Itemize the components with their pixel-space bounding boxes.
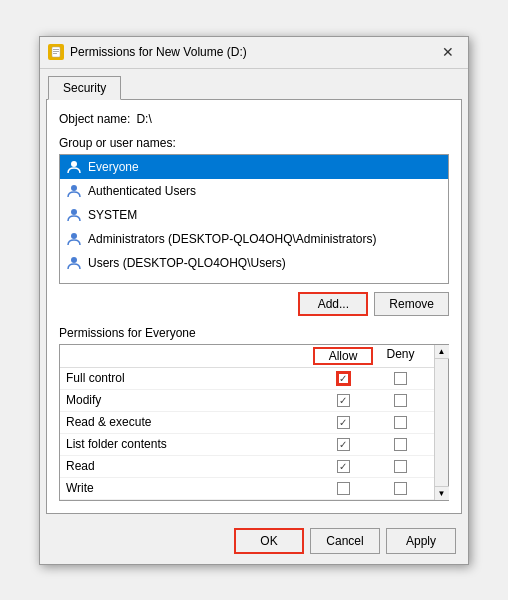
user-name: Administrators (DESKTOP-QLO4OHQ\Administ… [88,232,377,246]
allow-checkbox[interactable]: ✓ [337,372,350,385]
user-icon [66,183,82,199]
svg-point-8 [71,257,77,263]
apply-button[interactable]: Apply [386,528,456,554]
user-item[interactable]: Administrators (DESKTOP-QLO4OHQ\Administ… [60,227,448,251]
permissions-section: Permissions for Everyone Allow Deny Full… [59,326,449,501]
perm-scrollbar[interactable]: ▲ ▼ [434,345,448,500]
perm-name: Read [66,459,313,473]
user-name: Users (DESKTOP-QLO4OHQ\Users) [88,256,286,270]
perm-allow: ✓ [313,394,373,407]
perm-rows: Full control✓Modify✓Read & execute✓List … [60,368,434,500]
perm-row: Modify✓ [60,390,434,412]
user-icon [66,159,82,175]
allow-checkbox[interactable] [337,482,350,495]
user-item[interactable]: Authenticated Users [60,179,448,203]
user-item[interactable]: Everyone [60,155,448,179]
allow-checkbox[interactable]: ✓ [337,416,350,429]
svg-point-6 [71,209,77,215]
deny-checkbox[interactable] [394,482,407,495]
perm-name: Read & execute [66,415,313,429]
perm-allow: ✓ [313,416,373,429]
scroll-down[interactable]: ▼ [435,486,449,500]
perm-allow: ✓ [313,460,373,473]
perm-row: Full control✓ [60,368,434,390]
deny-checkbox[interactable] [394,372,407,385]
object-name-row: Object name: D:\ [59,112,449,126]
deny-checkbox[interactable] [394,394,407,407]
perm-name: Modify [66,393,313,407]
tab-security[interactable]: Security [48,76,121,100]
perm-deny [373,460,428,473]
perm-col-name-header [66,347,313,365]
svg-point-7 [71,233,77,239]
perm-name: List folder contents [66,437,313,451]
object-name-label: Object name: [59,112,130,126]
perm-deny [373,394,428,407]
perm-allow [313,482,373,495]
deny-checkbox[interactable] [394,416,407,429]
user-item[interactable]: Users (DESKTOP-QLO4OHQ\Users) [60,251,448,275]
perm-col-deny-header: Deny [373,347,428,365]
dialog-icon [48,44,64,60]
perm-deny [373,416,428,429]
user-name: Authenticated Users [88,184,196,198]
group-section-label: Group or user names: [59,136,449,150]
perm-row: List folder contents✓ [60,434,434,456]
permissions-header: Permissions for Everyone [59,326,449,340]
perm-row: Write [60,478,434,500]
perm-table-header: Allow Deny [60,345,434,368]
user-name: Everyone [88,160,139,174]
perm-row: Read✓ [60,456,434,478]
perm-deny [373,482,428,495]
svg-rect-1 [53,49,59,50]
perm-name: Full control [66,371,313,385]
perm-deny [373,372,428,385]
add-button[interactable]: Add... [298,292,368,316]
svg-point-5 [71,185,77,191]
deny-checkbox[interactable] [394,460,407,473]
svg-rect-2 [53,51,59,52]
deny-checkbox[interactable] [394,438,407,451]
user-name: SYSTEM [88,208,137,222]
tab-bar: Security [40,69,468,99]
perm-name: Write [66,481,313,495]
user-icon [66,255,82,271]
svg-point-4 [71,161,77,167]
perm-col-allow-header: Allow [313,347,373,365]
perm-allow: ✓ [313,438,373,451]
svg-rect-3 [53,53,57,54]
user-icon [66,231,82,247]
dialog-title: Permissions for New Volume (D:) [70,45,247,59]
allow-checkbox[interactable]: ✓ [337,394,350,407]
title-bar: Permissions for New Volume (D:) ✕ [40,37,468,69]
user-item[interactable]: SYSTEM [60,203,448,227]
remove-button[interactable]: Remove [374,292,449,316]
users-list[interactable]: Everyone Authenticated Users SYSTEM Admi… [59,154,449,284]
cancel-button[interactable]: Cancel [310,528,380,554]
permissions-dialog: Permissions for New Volume (D:) ✕ Securi… [39,36,469,565]
ok-button[interactable]: OK [234,528,304,554]
tab-content: Object name: D:\ Group or user names: Ev… [46,99,462,514]
object-name-value: D:\ [136,112,151,126]
allow-checkbox[interactable]: ✓ [337,438,350,451]
add-remove-row: Add... Remove [59,292,449,316]
scroll-up[interactable]: ▲ [435,345,449,359]
perm-allow: ✓ [313,372,373,385]
perm-deny [373,438,428,451]
bottom-btn-row: OK Cancel Apply [40,520,468,564]
permissions-table: Allow Deny Full control✓Modify✓Read & ex… [59,344,449,501]
title-bar-left: Permissions for New Volume (D:) [48,44,247,60]
user-icon [66,207,82,223]
perm-row: Read & execute✓ [60,412,434,434]
allow-checkbox[interactable]: ✓ [337,460,350,473]
close-button[interactable]: ✕ [436,40,460,64]
